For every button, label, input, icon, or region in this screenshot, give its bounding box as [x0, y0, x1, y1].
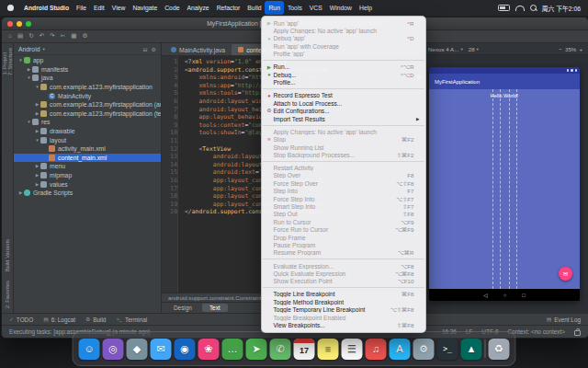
menubar-item[interactable]: Refactor — [213, 0, 244, 16]
appstore-dock-icon[interactable]: A — [390, 339, 411, 360]
event-log-button[interactable]: ▤ Event Log — [547, 316, 581, 323]
battery-icon[interactable] — [498, 5, 510, 12]
menubar-run[interactable]: Run Run 'app' ^R Apply Changes: No activ… — [265, 1, 283, 15]
zoom-button[interactable] — [26, 21, 31, 27]
run-menu-item[interactable]: Show Running List — [262, 144, 425, 151]
redo-icon[interactable]: ↷ — [50, 33, 55, 40]
facetime-dock-icon[interactable]: ✆ — [270, 339, 291, 360]
wifi-icon[interactable] — [515, 6, 525, 11]
tree-item[interactable]: ▶ manifests — [14, 65, 161, 75]
notes-dock-icon[interactable]: ≡ — [318, 339, 339, 360]
run-menu-item[interactable]: Step Out ⇧F8 — [262, 211, 425, 218]
menubar-item[interactable]: Analyze — [183, 0, 212, 16]
menubar-clock[interactable]: 周六 下午2:06 — [542, 4, 581, 13]
run-menu-item[interactable]: Toggle Temporary Line Breakpoint ⌥⇧⌘F8 — [262, 306, 425, 314]
run-menu-item[interactable]: Toggle Method Breakpoint — [262, 298, 425, 305]
run-menu-item[interactable]: View Breakpoints... ⇧⌘F8 — [262, 321, 425, 328]
tree-item[interactable]: content_main.xml — [14, 154, 161, 163]
tree-item[interactable]: ▶ menu — [14, 162, 161, 171]
tree-item[interactable]: ▶ Gradle Scripts — [14, 189, 161, 198]
device-selector[interactable]: Nexus 4 A... ▾ — [428, 46, 463, 52]
run-menu-item[interactable]: Apply Changes: No active 'app' launch — [262, 128, 425, 135]
menubar-item[interactable]: Window — [326, 0, 356, 16]
menubar-item[interactable]: Build — [243, 0, 265, 16]
run-menu-item[interactable]: Drop Frame — [262, 234, 425, 241]
run-menu-item[interactable]: Force Step Into ⌥⇧F7 — [262, 195, 425, 202]
run-menu-item[interactable]: Debug... ^⌥D — [262, 71, 425, 78]
terminal-dock-icon[interactable]: >_ — [437, 339, 458, 360]
api-selector[interactable]: 28 ▾ — [469, 46, 479, 52]
run-menu-item[interactable]: Run 'app' ^R — [262, 19, 425, 27]
menubar-item[interactable]: Tools — [284, 0, 306, 16]
tree-item[interactable]: ▼ com.example.a123.myfirstapplication — [14, 83, 161, 92]
tool-window-button[interactable]: ⚙ Build — [85, 316, 106, 323]
editor-view-tab[interactable]: Text — [202, 304, 228, 312]
tool-window-tab[interactable]: Build Variants — [5, 239, 10, 271]
tree-item[interactable]: MainActivity — [14, 91, 161, 100]
expand-arrow-icon[interactable]: ▶ — [17, 190, 24, 195]
expand-arrow-icon[interactable]: ▶ — [34, 173, 40, 178]
menubar-item[interactable]: Code — [161, 0, 183, 16]
tree-item[interactable]: ▶ com.example.a123.myfirstapplication (t… — [14, 109, 161, 119]
tool-window-tab[interactable]: 2: Favorites — [5, 281, 10, 308]
open-project-icon[interactable]: ⌂ — [8, 33, 12, 40]
zoom-in-icon[interactable]: + — [579, 46, 582, 52]
launchpad-dock-icon[interactable]: ◆ — [127, 339, 148, 360]
fab-button[interactable]: ✉ — [559, 267, 572, 281]
collapse-all-icon[interactable]: ⊟ — [143, 46, 148, 52]
menubar-item[interactable]: Android Studio — [20, 0, 73, 16]
expand-arrow-icon[interactable]: ▼ — [26, 75, 32, 80]
run-menu-item[interactable]: Stop ⌘F2 — [262, 135, 425, 143]
design-surface[interactable]: MyFirstApplication Hello World! ✉ ◁ — [423, 55, 588, 313]
run-menu-item[interactable]: Debug 'app' ^D — [262, 35, 425, 42]
undo-icon[interactable]: ↶ — [40, 33, 45, 40]
run-menu-item[interactable]: Force Step Over ⌥⇧F8 — [262, 179, 425, 187]
status-segment[interactable]: Context: <no context> — [507, 328, 565, 335]
menubar-item[interactable]: View — [108, 0, 130, 16]
trash-dock-icon[interactable]: ♻ — [489, 339, 510, 360]
cut-icon[interactable]: ✂ — [61, 33, 66, 40]
expand-arrow-icon[interactable]: ▶ — [34, 182, 40, 187]
calendar-dock-icon[interactable]: 17 — [294, 339, 315, 360]
run-menu-item[interactable]: Pause Program — [262, 241, 425, 248]
run-menu-item[interactable]: Evaluate Expression... ⌥F8 — [262, 262, 425, 270]
zoom-out-icon[interactable]: − — [559, 46, 562, 52]
finder-dock-icon[interactable]: ☺ — [79, 339, 100, 360]
run-menu-item[interactable]: Import Test Results ▶ — [262, 115, 425, 122]
menubar-item[interactable]: Navigate — [129, 0, 161, 16]
mail-dock-icon[interactable]: ✉ — [151, 339, 172, 360]
settings-icon[interactable]: ⚙ — [83, 33, 88, 40]
tree-item[interactable]: ▼ res — [14, 118, 161, 127]
expand-arrow-icon[interactable]: ▶ — [34, 102, 40, 107]
expand-arrow-icon[interactable]: ▼ — [34, 85, 40, 89]
editor-view-tab[interactable]: Design — [166, 304, 199, 312]
photos-dock-icon[interactable]: ❀ — [198, 339, 220, 360]
expand-arrow-icon[interactable]: ▶ — [34, 129, 40, 133]
menubar-item[interactable]: File — [73, 0, 90, 16]
run-menu-item[interactable]: Run... ^⌥R — [262, 63, 425, 71]
run-menu-item[interactable]: Apply Changes: No active 'app' launch — [262, 27, 425, 34]
run-menu-item[interactable]: Record Espresso Test — [262, 92, 425, 99]
tree-item[interactable]: ▶ com.example.a123.myfirstapplication (a… — [14, 100, 161, 109]
copy-icon[interactable]: ▦ — [71, 33, 76, 40]
run-menu-item[interactable]: Run to Cursor ⌥F9 — [262, 218, 425, 225]
editor-tab[interactable]: MainActivity.java — [164, 44, 232, 55]
run-menu-item[interactable]: Quick Evaluate Expression ⌥⌘F8 — [262, 270, 425, 277]
messages-dock-icon[interactable]: … — [222, 339, 243, 360]
expand-arrow-icon[interactable]: ▼ — [17, 58, 24, 63]
safari-dock-icon[interactable]: ◉ — [175, 339, 196, 360]
reminders-dock-icon[interactable]: ☰ — [342, 339, 363, 360]
run-menu-item[interactable]: Profile 'app' — [262, 51, 425, 58]
home-icon[interactable]: ○ — [503, 293, 507, 298]
preview-content[interactable]: Hello World! ✉ — [429, 89, 580, 289]
menubar-item[interactable]: Help — [356, 0, 376, 16]
minimize-button[interactable] — [17, 21, 22, 27]
run-menu-item[interactable]: Force Run to Cursor ⌥⌘F9 — [262, 226, 425, 234]
menubar-item[interactable]: Edit — [90, 0, 108, 16]
run-menu-item[interactable]: Restart Activity — [262, 164, 425, 171]
expand-arrow-icon[interactable]: ▶ — [34, 111, 40, 116]
apple-menu-icon[interactable] — [7, 5, 14, 11]
run-menu-item[interactable]: Run 'app' with Coverage — [262, 42, 425, 50]
tree-item[interactable]: ▶ mipmap — [14, 171, 161, 180]
spotlight-icon[interactable] — [530, 5, 537, 11]
